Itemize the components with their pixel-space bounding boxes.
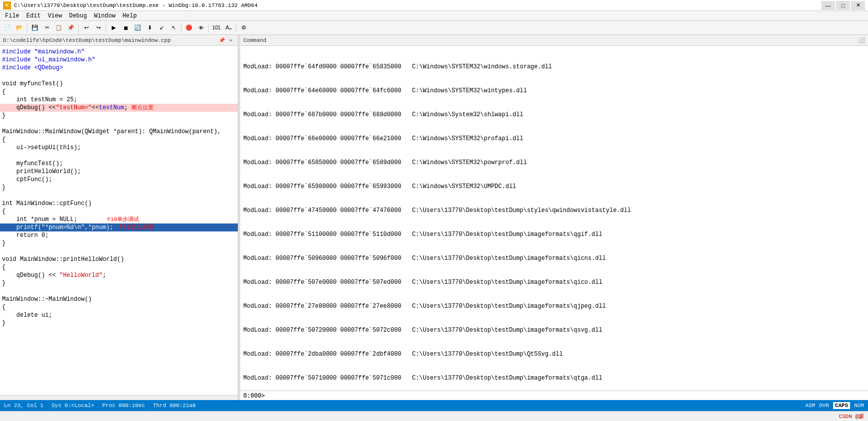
status-ovr: OVR — [819, 403, 829, 409]
command-area[interactable]: ModLoad: 00007ffe`64fd0000 00007ffe`6583… — [240, 46, 868, 391]
cmd-line-5: ModLoad: 00007ffe`65850000 00007ffe`6589… — [243, 159, 865, 167]
code-text: int testNum = 25; — [2, 96, 77, 104]
code-line-13: ui->setupUi(this); — [0, 144, 238, 152]
menu-file[interactable]: File — [2, 12, 22, 20]
code-line-2: #include "ui_mainwindow.h" — [0, 56, 238, 64]
menu-edit[interactable]: Edit — [23, 12, 44, 20]
status-ln: Ln 23, Col 1 — [4, 403, 43, 409]
tb-redo[interactable]: ↪ — [93, 22, 104, 33]
code-line-14 — [0, 152, 238, 160]
code-line-7: int testNum = 25; — [0, 96, 238, 104]
code-text: qDebug() <<"testNum="<<testNum; — [2, 104, 128, 112]
tb-font[interactable]: Aₐ — [223, 22, 234, 33]
tb-watch[interactable]: 👁 — [195, 22, 206, 33]
maximize-button[interactable]: □ — [836, 1, 850, 10]
tb-breakpoint[interactable]: 🔴 — [183, 22, 194, 33]
code-text: void myfuncTest() — [2, 80, 63, 88]
close-button[interactable]: ✕ — [851, 1, 865, 10]
code-text: #include "ui_mainwindow.h" — [2, 56, 95, 64]
tb-paste[interactable]: 📌 — [65, 22, 76, 33]
tb-sep-5 — [208, 23, 209, 32]
code-line-3: #include <QDebug> — [0, 64, 238, 72]
menu-bar: File Edit View Debug Window Help — [0, 11, 868, 21]
code-text: } — [2, 239, 5, 247]
code-text — [2, 287, 5, 295]
window-controls: — □ ✕ — [821, 1, 865, 10]
code-line-15: myfuncTest(); — [0, 160, 238, 168]
tb-step-over[interactable]: ⬇ — [144, 22, 155, 33]
status-bar: Ln 23, Col 1 Sys 0:<Local> Proc 000:10ec… — [0, 400, 868, 411]
status-thrd: Thrd 000:21a8 — [153, 403, 196, 409]
cmd-line-14: ModLoad: 00007ffe`50710000 00007ffe`5071… — [243, 374, 865, 382]
code-line-32: MainWindow::~MainWindow() — [0, 295, 238, 303]
expand-icon[interactable]: ⬜ — [858, 37, 865, 43]
code-text: { — [2, 208, 5, 215]
code-text: myfuncTest(); — [2, 160, 63, 168]
cmd-input-line[interactable]: 0:000> — [240, 391, 868, 400]
menu-window[interactable]: Window — [91, 12, 118, 20]
cmd-input[interactable] — [265, 392, 865, 399]
tb-sep-1 — [27, 23, 27, 32]
code-line-9: } — [0, 112, 238, 120]
code-area[interactable]: #include "mainwindow.h" #include "ui_mai… — [0, 46, 238, 395]
left-panel: D:\codelife\hpCode\testDump\testDump\mai… — [0, 35, 238, 400]
app-icon: W — [3, 1, 11, 9]
code-text: return 0; — [2, 231, 49, 239]
tb-settings[interactable]: ⚙ — [238, 22, 249, 33]
code-text: { — [2, 88, 5, 96]
bottom-bar: CSDN @媛 — [0, 411, 868, 421]
code-line-16: printHelloWorld(); — [0, 168, 238, 176]
code-text: delete ui; — [2, 311, 52, 319]
status-caps: CAPS — [833, 402, 850, 409]
code-text: #include <QDebug> — [2, 64, 63, 72]
code-line-26 — [0, 247, 238, 255]
code-text — [2, 120, 5, 128]
menu-debug[interactable]: Debug — [66, 12, 90, 20]
code-line-20: int MainWindow::cptFunc() — [0, 200, 238, 208]
tb-undo[interactable]: ↩ — [81, 22, 92, 33]
menu-view[interactable]: View — [45, 12, 65, 20]
tb-copy[interactable]: 📋 — [53, 22, 64, 33]
tb-open[interactable]: 📂 — [14, 22, 25, 33]
code-text: } — [2, 319, 5, 327]
code-text — [2, 152, 5, 160]
code-text: void MainWindow::printHelloWorld() — [2, 255, 124, 263]
command-label: Command — [243, 37, 266, 43]
cmd-line-3: ModLoad: 00007ffe`687b0000 00007ffe`688d… — [243, 111, 865, 119]
file-path: D:\codelife\hpCode\testDump\testDump\mai… — [3, 37, 171, 43]
minimize-button[interactable]: — — [821, 1, 835, 10]
code-text: { — [2, 136, 5, 144]
pin-icon[interactable]: 📌 — [218, 36, 226, 44]
code-text: } — [2, 184, 5, 192]
code-line-19 — [0, 192, 238, 200]
tb-sep-6 — [236, 23, 236, 32]
cmd-line-8: ModLoad: 00007ffe`51100000 00007ffe`5110… — [243, 230, 865, 238]
left-scrollbar[interactable] — [0, 395, 238, 400]
tb-step-out[interactable]: ↖ — [168, 22, 179, 33]
tb-save[interactable]: 💾 — [29, 22, 40, 33]
code-line-8: qDebug() <<"testNum="<<testNum; 断点位置 — [0, 104, 238, 112]
close-panel-icon[interactable]: ✕ — [227, 36, 235, 44]
tb-run[interactable]: ▶ — [108, 22, 119, 33]
menu-help[interactable]: Help — [120, 12, 140, 20]
tb-hex[interactable]: 101 — [211, 22, 222, 33]
tb-new[interactable]: 📄 — [2, 22, 13, 33]
annotation-breakpoint: 断点位置 — [132, 104, 154, 112]
status-asm: ASM — [805, 403, 815, 409]
code-text: qDebug() << "HelloWorld"; — [2, 271, 106, 279]
cmd-line-1: ModLoad: 00007ffe`64fd0000 00007ffe`6583… — [243, 63, 865, 71]
code-text: int *pnum = NULL; — [2, 215, 77, 223]
tb-stop[interactable]: ⏹ — [120, 22, 131, 33]
code-line-4 — [0, 72, 238, 80]
cmd-line-2: ModLoad: 00007ffe`64e60000 00007ffe`64fc… — [243, 87, 865, 95]
cmd-line-13: ModLoad: 00007ffe`2dba0000 00007ffe`2dbf… — [243, 350, 865, 358]
header-icons: 📌 ✕ — [218, 36, 235, 44]
code-line-11: MainWindow::MainWindow(QWidget *parent):… — [0, 128, 238, 136]
cmd-line-6: ModLoad: 00007ffe`65980000 00007ffe`6599… — [243, 183, 865, 191]
tb-cut[interactable]: ✂ — [41, 22, 52, 33]
cmd-line-7: ModLoad: 00007ffe`47450000 00007ffe`4747… — [243, 207, 865, 214]
status-right: ASM OVR CAPS NUM — [805, 402, 864, 409]
tb-step-into[interactable]: ↙ — [156, 22, 167, 33]
tb-restart[interactable]: 🔄 — [132, 22, 143, 33]
cmd-line-4: ModLoad: 00007ffe`66e00000 00007ffe`66e2… — [243, 135, 865, 143]
